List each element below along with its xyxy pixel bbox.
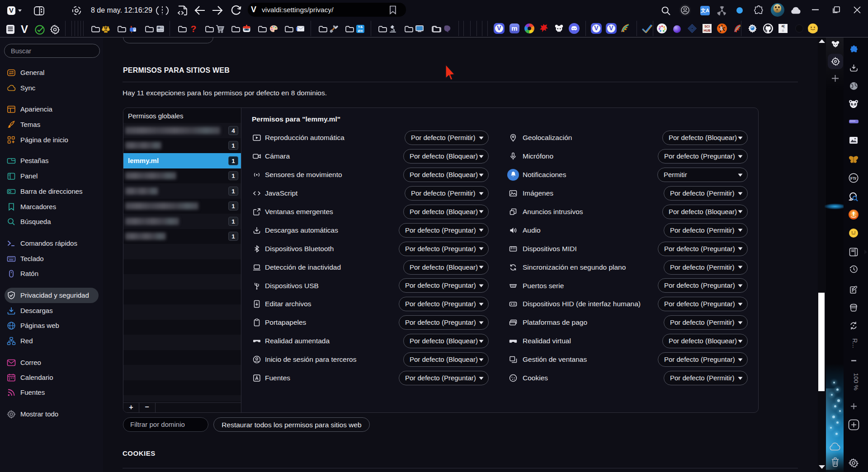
svg-text:$: $ — [720, 26, 723, 31]
svg-text:FTr: FTr — [850, 176, 857, 181]
